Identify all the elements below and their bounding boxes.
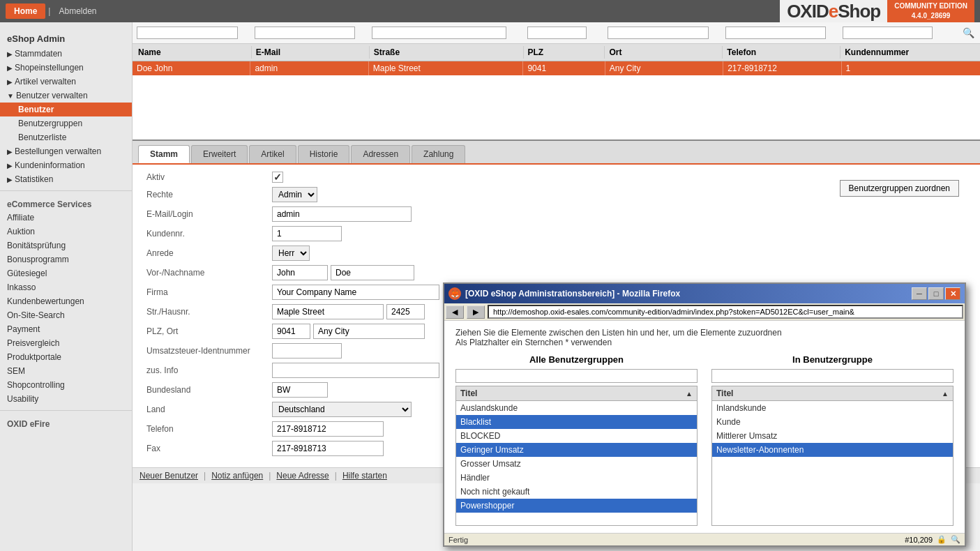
- input-bundesland[interactable]: [272, 382, 328, 398]
- sidebar-item-benutzerliste[interactable]: Benutzerliste: [0, 130, 132, 144]
- tab-zahlung[interactable]: Zahlung: [412, 145, 465, 163]
- sidebar-item-shopeinstellungen[interactable]: ▶Shopeinstellungen: [0, 61, 132, 75]
- sidebar-item-payment[interactable]: Payment: [0, 322, 132, 336]
- link-help[interactable]: Hilfe starten: [342, 471, 387, 481]
- logout-link[interactable]: Abmelden: [59, 6, 96, 16]
- assign-groups-button[interactable]: Benutzergruppen zuordnen: [840, 180, 959, 197]
- input-lastname[interactable]: [331, 265, 414, 280]
- input-plz[interactable]: [272, 324, 310, 339]
- modal-left-item-4[interactable]: Grosser Umsatz: [456, 457, 697, 471]
- sidebar-item-affiliate[interactable]: Affiliate: [0, 211, 132, 225]
- top-bar: Home | Abmelden OXID e Shop COMMUNITY ED…: [0, 0, 980, 22]
- checkbox-aktiv[interactable]: ✓: [272, 172, 283, 183]
- modal-right-item-1[interactable]: Kunde: [712, 415, 953, 429]
- home-button[interactable]: Home: [6, 3, 45, 19]
- tab-erweitert[interactable]: Erweitert: [191, 145, 248, 163]
- efire-title: OXID eFire: [0, 415, 132, 430]
- modal-url-bar[interactable]: [488, 305, 963, 319]
- modal-left-search[interactable]: [455, 369, 698, 383]
- modal-left-item-1[interactable]: Blacklist: [456, 415, 697, 429]
- tab-artikel[interactable]: Artikel: [249, 145, 296, 163]
- select-land[interactable]: Deutschland: [272, 402, 412, 417]
- modal-left-item-3[interactable]: Geringer Umsatz: [456, 443, 697, 457]
- modal-minimize-button[interactable]: ─: [912, 287, 927, 300]
- label-name: Vor-/Nachname: [146, 268, 272, 278]
- sidebar-item-inkasso[interactable]: Inkasso: [0, 280, 132, 294]
- sidebar-item-artikel-verwalten[interactable]: ▶Artikel verwalten: [0, 75, 132, 89]
- table-row[interactable]: Doe John admin Maple Street 9041 Any Cit…: [133, 61, 980, 75]
- link-new-address[interactable]: Neue Adresse: [276, 471, 329, 481]
- modal-maximize-button[interactable]: □: [928, 287, 944, 300]
- sidebar-item-bonus[interactable]: Bonusprogramm: [0, 252, 132, 266]
- modal-right-list[interactable]: Inlandskunde Kunde Mittlerer Umsatz News…: [711, 400, 953, 526]
- select-rechte[interactable]: Admin: [272, 187, 317, 202]
- search-email-input[interactable]: [255, 27, 356, 39]
- search-city-input[interactable]: [608, 27, 709, 39]
- cell-city: Any City: [605, 61, 723, 75]
- select-anrede[interactable]: Herr: [272, 246, 310, 261]
- sidebar-item-produktportale[interactable]: Produktportale: [0, 350, 132, 364]
- input-kundennr[interactable]: [272, 226, 342, 241]
- modal-left-section: Alle Benutzergruppen Titel ▲ Auslandskun…: [455, 354, 698, 526]
- col-header-street: Straße: [370, 46, 524, 59]
- modal-title-text: [OXID eShop Administrationsbereich] - Mo…: [465, 289, 680, 299]
- edition-badge: COMMUNITY EDITION 4.4.0_28699: [887, 0, 974, 24]
- sidebar-item-shopcontrolling[interactable]: Shopcontrolling: [0, 378, 132, 392]
- input-umsatz[interactable]: [272, 343, 342, 358]
- search-icon[interactable]: 🔍: [963, 27, 974, 38]
- modal-left-item-6[interactable]: Noch nicht gekauft: [456, 485, 697, 499]
- modal-right-item-3[interactable]: Newsletter-Abonnenten: [712, 443, 953, 457]
- sidebar-item-benutzer[interactable]: Benutzer: [0, 103, 132, 116]
- sidebar-item-stammdaten[interactable]: ▶Stammdaten: [0, 47, 132, 61]
- input-email[interactable]: admin: [272, 206, 412, 222]
- link-add-note[interactable]: Notiz anfügen: [211, 471, 263, 481]
- search-street-input[interactable]: [372, 27, 506, 39]
- input-ort[interactable]: [313, 324, 425, 339]
- modal-forward-button[interactable]: ▶: [467, 305, 485, 319]
- modal-back-button[interactable]: ◀: [446, 305, 464, 319]
- tab-stamm[interactable]: Stamm: [138, 145, 190, 163]
- modal-left-item-5[interactable]: Händler: [456, 471, 697, 485]
- sidebar-item-preisvergleich[interactable]: Preisvergleich: [0, 336, 132, 350]
- search-plz-input[interactable]: [527, 27, 587, 39]
- input-firstname[interactable]: [272, 265, 328, 280]
- input-zusinfo[interactable]: [272, 363, 439, 378]
- input-hausnr[interactable]: [386, 304, 425, 319]
- label-aktiv: Aktiv: [146, 172, 272, 182]
- col-header-name: Name: [134, 46, 252, 59]
- tab-historie[interactable]: Historie: [298, 145, 350, 163]
- search-kundenr-input[interactable]: [843, 27, 933, 39]
- modal-left-item-7[interactable]: Powershopper: [456, 499, 697, 513]
- modal-left-item-2[interactable]: BLOCKED: [456, 429, 697, 443]
- modal-close-button[interactable]: ✕: [945, 287, 960, 300]
- modal-left-list[interactable]: Auslandskunde Blacklist BLOCKED Geringer…: [455, 400, 698, 526]
- sidebar-item-benutzergruppen[interactable]: Benutzergruppen: [0, 116, 132, 130]
- input-firma[interactable]: [272, 285, 439, 300]
- sidebar-item-bestellungen[interactable]: ▶Bestellungen verwalten: [0, 144, 132, 158]
- sidebar-item-statistiken[interactable]: ▶Statistiken: [0, 172, 132, 186]
- search-name-input[interactable]: [137, 27, 238, 39]
- sidebar-item-usability[interactable]: Usability: [0, 392, 132, 406]
- input-telefon[interactable]: [272, 421, 384, 437]
- sidebar-item-bonitaet[interactable]: Bonitätsprüfung: [0, 239, 132, 252]
- modal-right-item-0[interactable]: Inlandskunde: [712, 401, 953, 415]
- sidebar-item-sem[interactable]: SEM: [0, 364, 132, 378]
- modal-right-item-2[interactable]: Mittlerer Umsatz: [712, 429, 953, 443]
- link-new-user[interactable]: Neuer Benutzer: [140, 471, 198, 481]
- sidebar-item-onsite[interactable]: On-Site-Search: [0, 308, 132, 322]
- input-fax[interactable]: [272, 441, 384, 456]
- tab-adressen[interactable]: Adressen: [351, 145, 410, 163]
- sidebar-item-kundenbewertungen[interactable]: Kundenbewertungen: [0, 294, 132, 308]
- modal-left-item-0[interactable]: Auslandskunde: [456, 401, 697, 415]
- sidebar-item-kundeninformation[interactable]: ▶Kundeninformation: [0, 158, 132, 172]
- sidebar-item-guetesiegel[interactable]: Gütesiegel: [0, 266, 132, 280]
- input-street[interactable]: [272, 304, 384, 319]
- modal-status-right: #10,209 🔒 🔍: [905, 535, 960, 544]
- label-rechte: Rechte: [146, 190, 272, 199]
- modal-right-search[interactable]: [711, 369, 953, 383]
- form-row-rechte: Rechte Admin: [146, 187, 840, 202]
- col-header-plz: PLZ: [524, 46, 605, 59]
- sidebar-item-auktion[interactable]: Auktion: [0, 225, 132, 239]
- sidebar-item-benutzer-verwalten[interactable]: ▼Benutzer verwalten: [0, 89, 132, 103]
- search-phone-input[interactable]: [725, 27, 827, 39]
